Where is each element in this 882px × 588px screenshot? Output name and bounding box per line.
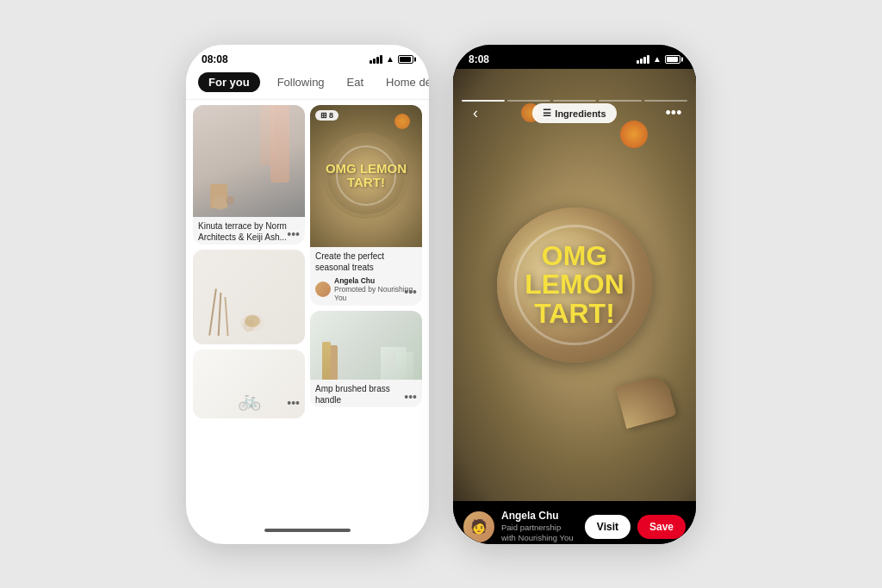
pin-lemon-tart-label: Create the perfect seasonal treats: [310, 247, 422, 275]
pin-terrace-image: [193, 105, 305, 217]
signal-icon: [370, 55, 382, 64]
story-headline-line1: OMG: [525, 241, 624, 270]
phone-left: 08:08 ▲ For you Following Eat Home décor: [186, 45, 429, 544]
pin-lemon-tart-more-icon[interactable]: •••: [404, 285, 417, 299]
story-more-button[interactable]: •••: [662, 102, 686, 126]
pin-sticks[interactable]: [193, 250, 305, 344]
feed-col-right: OMG LEMON TART! ⊞ 8 Create the perfect s…: [310, 105, 422, 520]
pin-bike-more-icon[interactable]: •••: [287, 396, 300, 410]
story-user-sub: Paid partnership with Nourishing You: [501, 523, 578, 544]
tab-eat[interactable]: Eat: [342, 72, 370, 92]
tab-bar: For you Following Eat Home décor: [186, 69, 429, 100]
pin-lemon-tart-count-badge: ⊞ 8: [315, 110, 339, 121]
story-user-info: Angela Chu Paid partnership with Nourish…: [501, 510, 578, 544]
tab-following[interactable]: Following: [272, 72, 330, 92]
promoted-avatar: [315, 282, 331, 297]
story-headline-line2: LEMON: [525, 270, 624, 300]
story-image-area: OMG LEMON TART!: [453, 69, 696, 501]
wifi-icon-right: ▲: [653, 54, 662, 64]
story-user-name: Angela Chu: [501, 510, 578, 522]
story-ingredients-badge[interactable]: ☰ Ingredients: [532, 103, 616, 123]
story-view: ‹ ☰ Ingredients •••: [453, 69, 696, 544]
status-bar-left: 08:08 ▲: [186, 45, 429, 69]
status-time-left: 08:08: [202, 53, 228, 65]
pin-handle[interactable]: Amp brushed brass handle •••: [310, 311, 422, 407]
tab-for-you[interactable]: For you: [198, 72, 260, 92]
battery-icon: [398, 55, 413, 64]
story-tart-slice: [615, 374, 676, 429]
story-headline-line3: TART!: [525, 299, 624, 328]
story-user-sub-line2: with Nourishing You: [501, 533, 573, 542]
pin-lemon-tart[interactable]: OMG LEMON TART! ⊞ 8 Create the perfect s…: [310, 105, 422, 306]
pin-terrace-more-icon[interactable]: •••: [287, 227, 300, 241]
promoted-name: Angela Chu: [334, 276, 417, 285]
status-time-right: 8:08: [469, 53, 489, 65]
battery-icon-right: [665, 55, 680, 64]
phone-right: 8:08 ▲: [453, 45, 696, 544]
status-icons-left: ▲: [370, 54, 413, 64]
pin-terrace[interactable]: Kinuta terrace by Norm Architects & Keij…: [193, 105, 305, 244]
status-bar-right: 8:08 ▲: [453, 45, 696, 69]
status-icons-right: ▲: [637, 54, 680, 64]
story-user-avatar: 🧑: [463, 511, 494, 542]
feed-col-left: Kinuta terrace by Norm Architects & Keij…: [193, 105, 305, 520]
story-back-button[interactable]: ‹: [463, 102, 488, 126]
wifi-icon: ▲: [386, 54, 394, 64]
story-user-sub-line1: Paid partnership: [501, 523, 561, 532]
feed-content: Kinuta terrace by Norm Architects & Keij…: [186, 100, 429, 525]
pin-handle-more-icon[interactable]: •••: [404, 390, 417, 404]
pin-bike[interactable]: •••: [193, 350, 305, 418]
pin-lemon-tart-overlay-text: OMG LEMON TART!: [310, 162, 422, 190]
story-bottom-bar: 🧑 Angela Chu Paid partnership with Nouri…: [453, 501, 696, 544]
signal-icon-right: [637, 55, 649, 64]
scene: 08:08 ▲ For you Following Eat Home décor: [186, 45, 696, 544]
pin-sticks-image: [193, 250, 305, 344]
story-text-overlay: OMG LEMON TART!: [525, 241, 624, 328]
story-visit-button[interactable]: Visit: [585, 515, 630, 539]
ingredients-icon: ☰: [543, 108, 551, 119]
tab-home-decor[interactable]: Home décor: [381, 72, 429, 92]
story-save-button[interactable]: Save: [637, 515, 686, 539]
layers-icon: ⊞: [320, 111, 327, 120]
pin-kitchen-image: [310, 311, 422, 380]
ingredients-label: Ingredients: [555, 108, 606, 119]
home-indicator-left: [264, 529, 351, 532]
pin-lemon-tart-image: OMG LEMON TART!: [310, 105, 422, 247]
story-nav: ‹ ☰ Ingredients •••: [453, 102, 696, 126]
